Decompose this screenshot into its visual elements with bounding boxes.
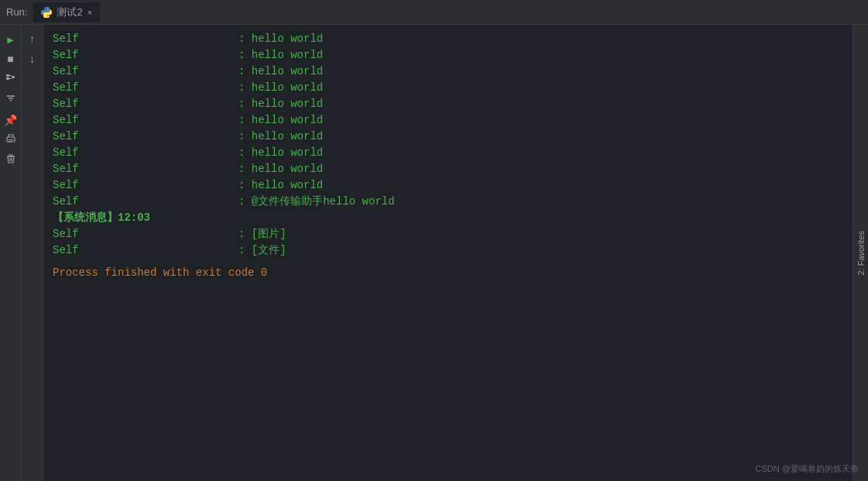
scroll-toolbar: ↑ ↓	[22, 25, 43, 481]
stop-button[interactable]: ■	[2, 51, 19, 68]
stop-icon: ■	[7, 53, 13, 66]
file-label: Self	[53, 242, 238, 259]
image-value: : [图片]	[238, 226, 286, 242]
output-label-9: Self	[53, 161, 238, 177]
play-button[interactable]: ▶	[2, 31, 19, 48]
sort-button[interactable]	[2, 91, 19, 108]
side-panel: 2: Favorites	[853, 25, 868, 481]
output-value-7: : hello world	[238, 129, 323, 145]
output-label-7: Self	[53, 129, 238, 145]
output-label-5: Self	[53, 96, 238, 112]
output-label-6: Self	[53, 112, 238, 129]
svg-rect-4	[9, 139, 13, 140]
output-line-2: Self : hello world	[53, 47, 843, 64]
output-value-8: : hello world	[238, 145, 323, 161]
python-icon	[41, 7, 52, 18]
print-button[interactable]	[2, 132, 19, 149]
left-toolbar: ▶ ■ 📌	[0, 25, 22, 481]
down-arrow-icon: ↓	[29, 53, 35, 66]
output-line-3: Self : hello world	[53, 64, 843, 80]
main-area: ▶ ■ 📌	[0, 25, 868, 481]
pin-icon: 📌	[4, 114, 17, 127]
pin-button[interactable]: 📌	[2, 112, 19, 129]
output-line-6: Self : hello world	[53, 112, 843, 129]
output-line-11: Self : @文件传输助手hello world	[53, 194, 843, 210]
play-icon: ▶	[7, 33, 13, 46]
output-line-7: Self : hello world	[53, 129, 843, 145]
side-panel-label: 2: Favorites	[856, 231, 866, 275]
process-msg: Process finished with exit code 0	[53, 265, 267, 281]
svg-rect-1	[6, 77, 9, 80]
system-msg: 【系统消息】12:03	[53, 210, 150, 226]
svg-rect-0	[6, 74, 9, 77]
delete-icon	[5, 153, 16, 167]
image-label: Self	[53, 226, 238, 242]
output-value-5: : hello world	[238, 96, 323, 112]
delete-button[interactable]	[2, 152, 19, 169]
system-msg-line: 【系统消息】12:03	[53, 210, 843, 226]
output-line-10: Self : hello world	[53, 177, 843, 194]
tab-close-button[interactable]: ×	[87, 8, 92, 17]
output-value-4: : hello world	[238, 80, 323, 96]
output-line-4: Self : hello world	[53, 80, 843, 96]
image-line: Self : [图片]	[53, 226, 843, 242]
output-label-11: Self	[53, 194, 238, 210]
sort-icon	[5, 93, 16, 107]
output-value-11: : @文件传输助手hello world	[238, 194, 395, 210]
process-msg-line: Process finished with exit code 0	[53, 265, 843, 281]
output-label-2: Self	[53, 47, 238, 64]
output-label-1: Self	[53, 31, 238, 47]
output-value-1: : hello world	[238, 31, 323, 47]
print-icon	[5, 133, 16, 147]
output-label-10: Self	[53, 177, 238, 194]
output-value-10: : hello world	[238, 177, 323, 194]
svg-rect-5	[9, 141, 12, 142]
watermark: CSDN @爱喝兽奶的炼天帝	[756, 463, 859, 475]
run-label: Run:	[6, 6, 27, 18]
output-line-1: Self : hello world	[53, 31, 843, 47]
output-label-4: Self	[53, 80, 238, 96]
output-label-3: Self	[53, 64, 238, 80]
output-label-8: Self	[53, 145, 238, 161]
output-line-8: Self : hello world	[53, 145, 843, 161]
output-line-9: Self : hello world	[53, 161, 843, 177]
output-value-2: : hello world	[238, 47, 323, 64]
file-line: Self : [文件]	[53, 242, 843, 259]
tab-name: 测试2	[57, 5, 82, 19]
run-tab[interactable]: 测试2 ×	[33, 2, 100, 22]
rerun-button[interactable]	[2, 71, 19, 88]
scroll-down-button[interactable]: ↓	[24, 51, 41, 68]
top-bar: Run: 测试2 ×	[0, 0, 868, 25]
rerun-icon	[5, 73, 16, 87]
output-value-6: : hello world	[238, 112, 323, 129]
console-output: Self : hello world Self : hello world Se…	[43, 25, 853, 481]
output-line-5: Self : hello world	[53, 96, 843, 112]
output-value-3: : hello world	[238, 64, 323, 80]
file-value: : [文件]	[238, 242, 286, 259]
output-value-9: : hello world	[238, 161, 323, 177]
up-arrow-icon: ↑	[29, 33, 35, 46]
scroll-up-button[interactable]: ↑	[24, 31, 41, 48]
